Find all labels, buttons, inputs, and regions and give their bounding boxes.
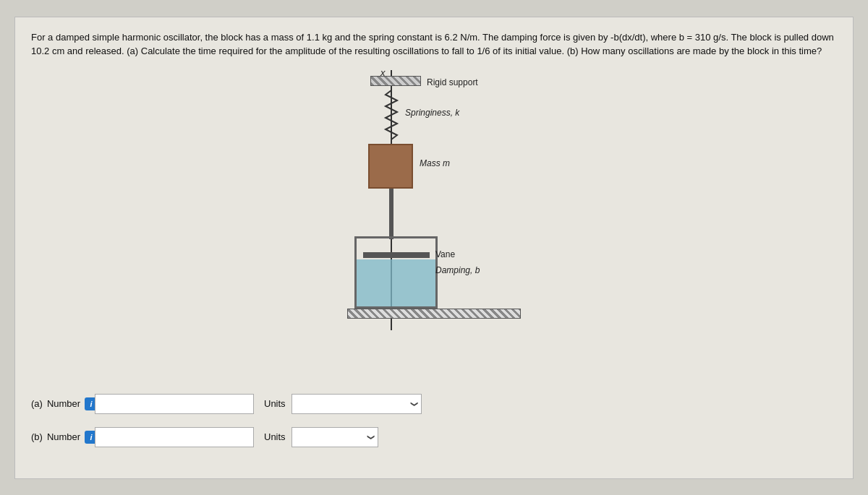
answer-a-part: (a)	[31, 398, 43, 409]
rod	[389, 189, 393, 239]
vane-diagonal	[363, 252, 430, 258]
base-bar	[347, 309, 521, 319]
answer-a-number-input[interactable]	[95, 394, 254, 414]
mass-block	[368, 144, 413, 189]
spring	[383, 86, 400, 144]
answer-row-b: (b) Number i Units oscillations cycles	[31, 427, 837, 447]
answer-b-units-label: Units	[264, 431, 286, 442]
answer-a-units-dropdown[interactable]: s ms min	[292, 394, 422, 414]
answer-b-units-wrapper: oscillations cycles	[292, 427, 378, 447]
springiness-label: Springiness, k	[405, 108, 459, 118]
oscillator-diagram: x Rigid support Springiness, k Mass m	[311, 70, 557, 374]
answer-b-sublabel: Number	[47, 431, 80, 442]
main-page: For a damped simple harmonic oscillator,…	[14, 17, 854, 479]
problem-statement: For a damped simple harmonic oscillator,…	[31, 32, 834, 57]
answers-section: (a) Number i Units s ms min (b) Number i	[31, 394, 837, 447]
answer-a-sublabel: Number	[47, 398, 80, 409]
damping-label: Damping, b	[435, 265, 480, 275]
answer-b-part: (b)	[31, 431, 43, 442]
answer-row-a: (a) Number i Units s ms min	[31, 394, 837, 414]
mass-label: Mass m	[420, 158, 450, 168]
fluid-container	[354, 236, 438, 309]
answer-b-label: (b) Number i	[31, 431, 89, 444]
answer-a-label: (a) Number i	[31, 397, 89, 410]
rigid-support-label: Rigid support	[427, 77, 478, 87]
rigid-support-bar	[370, 76, 421, 86]
fluid-fill	[357, 259, 435, 306]
answer-a-units-label: Units	[264, 398, 286, 409]
answer-b-units-dropdown[interactable]: oscillations cycles	[292, 427, 378, 447]
answer-a-units-wrapper: s ms min	[292, 394, 422, 414]
diagram-container: x Rigid support Springiness, k Mass m	[31, 70, 837, 374]
answer-b-number-input[interactable]	[95, 427, 254, 447]
problem-text: For a damped simple harmonic oscillator,…	[31, 30, 837, 59]
damping-label-text: Damping, b	[435, 265, 480, 275]
vane-label-text: Vane	[435, 249, 455, 259]
vane-label: Vane	[435, 249, 455, 259]
